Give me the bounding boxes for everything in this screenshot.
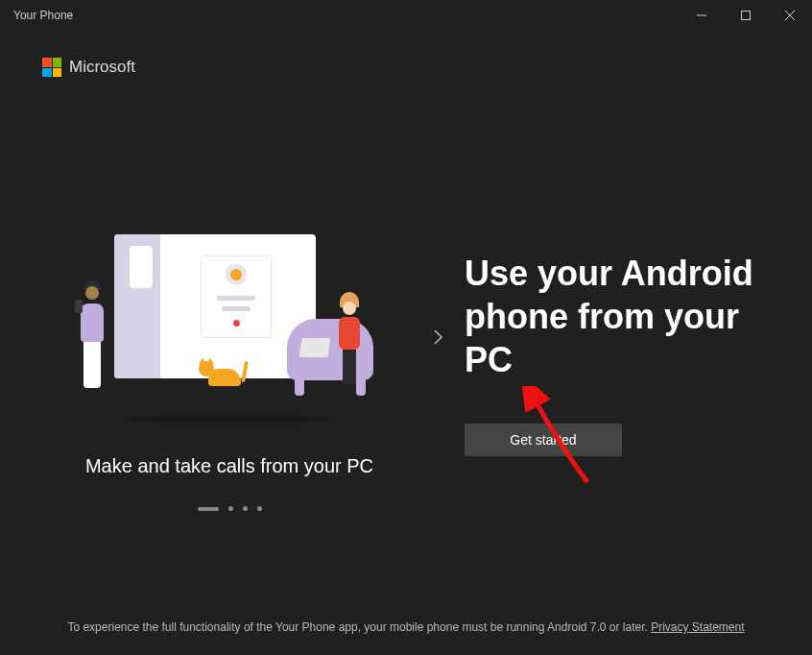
app-window: Your Phone Microsoft [0,0,812,655]
microsoft-logo-text: Microsoft [69,58,135,77]
carousel-dot-3[interactable] [243,506,248,511]
svg-rect-0 [742,12,751,20]
carousel-next-button[interactable] [434,329,445,349]
privacy-statement-link[interactable]: Privacy Statement [651,620,744,634]
carousel-dots [198,506,262,511]
footer-text: To experience the full functionality of … [0,620,812,655]
carousel-pane: Make and take calls from your PC [42,234,417,511]
onboarding-headline: Use your Android phone from your PC [465,252,760,381]
close-button[interactable] [768,0,812,31]
maximize-button[interactable] [724,0,768,31]
microsoft-logo-icon [42,58,61,77]
minimize-button[interactable] [680,0,724,31]
headline-pane: Use your Android phone from your PC Get … [465,290,770,456]
title-bar: Your Phone [0,0,812,31]
carousel-dot-2[interactable] [228,506,233,511]
get-started-button[interactable]: Get started [465,424,622,456]
carousel-dot-4[interactable] [257,506,262,511]
microsoft-logo: Microsoft [0,31,812,77]
carousel-dot-1[interactable] [198,507,219,511]
window-controls [680,0,812,31]
carousel-caption: Make and take calls from your PC [85,455,373,477]
footer-message: To experience the full functionality of … [67,620,651,634]
window-title: Your Phone [13,9,73,22]
onboarding-content: Make and take calls from your PC Use you… [0,77,812,620]
carousel-illustration [76,234,383,417]
